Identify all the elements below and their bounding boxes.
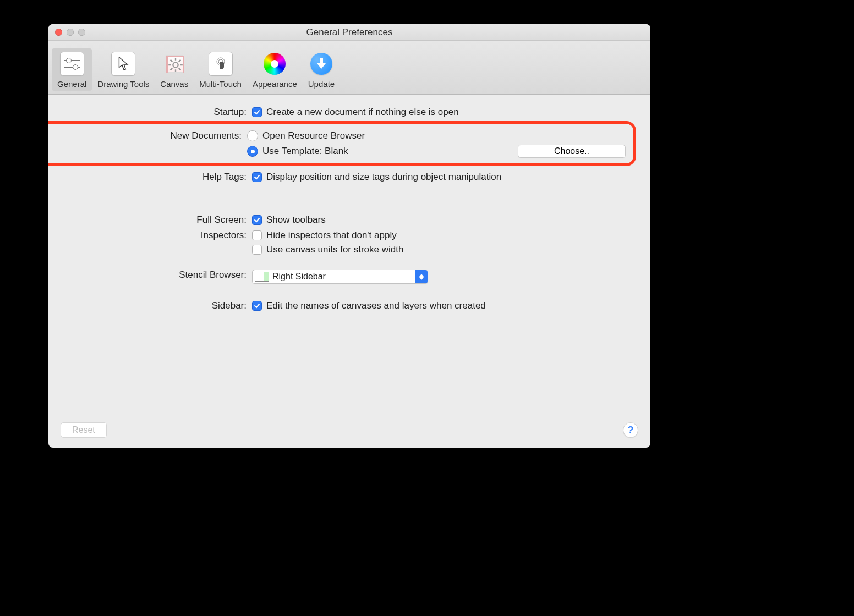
row-startup: Startup: Create a new document if nothin… bbox=[70, 106, 628, 118]
reset-button[interactable]: Reset bbox=[61, 422, 107, 438]
tab-appearance[interactable]: Appearance bbox=[247, 48, 303, 91]
checkbox-sidebar-edit-names[interactable] bbox=[252, 301, 262, 311]
help-button[interactable]: ? bbox=[623, 422, 638, 438]
radio-use-template[interactable] bbox=[247, 146, 258, 157]
svg-point-0 bbox=[173, 62, 178, 67]
text-canvas-units: Use canvas units for stroke width bbox=[266, 244, 403, 255]
select-stencil-browser[interactable]: Right Sidebar bbox=[252, 270, 428, 284]
window-title: General Preferences bbox=[48, 27, 650, 38]
select-stencil-value: Right Sidebar bbox=[272, 272, 415, 282]
svg-line-7 bbox=[179, 60, 181, 62]
close-button[interactable] bbox=[55, 29, 62, 36]
text-open-resource-browser: Open Resource Browser bbox=[262, 130, 365, 141]
checkbox-help-tags[interactable] bbox=[252, 172, 262, 182]
choose-template-button[interactable]: Choose.. bbox=[518, 145, 626, 158]
download-arrow-icon bbox=[309, 52, 333, 76]
row-sidebar: Sidebar: Edit the names of canvases and … bbox=[70, 299, 628, 311]
text-hide-inspectors: Hide inspectors that don't apply bbox=[266, 230, 397, 241]
text-use-template: Use Template: Blank bbox=[262, 146, 348, 157]
sliders-icon bbox=[60, 52, 84, 76]
toolbar: General Drawing Tools Canvas Multi-Touch bbox=[48, 41, 650, 95]
row-stencil-browser: Stencil Browser: Right Sidebar bbox=[70, 268, 628, 284]
label-help-tags: Help Tags: bbox=[70, 170, 252, 183]
tab-multi-touch[interactable]: Multi-Touch bbox=[194, 48, 247, 91]
checkbox-hide-inspectors[interactable] bbox=[252, 230, 262, 240]
right-sidebar-icon bbox=[255, 272, 269, 282]
footer: Reset ? bbox=[48, 413, 650, 448]
titlebar: General Preferences bbox=[48, 24, 650, 41]
tab-canvas[interactable]: Canvas bbox=[155, 48, 194, 91]
canvas-icon bbox=[162, 52, 187, 76]
label-sidebar: Sidebar: bbox=[70, 299, 252, 311]
preferences-content: Startup: Create a new document if nothin… bbox=[48, 95, 650, 413]
checkbox-startup-create-doc[interactable] bbox=[252, 107, 262, 117]
tab-update[interactable]: Update bbox=[303, 48, 340, 91]
text-help-tags: Display position and size tags during ob… bbox=[266, 172, 501, 183]
radio-open-resource-browser[interactable] bbox=[247, 130, 258, 141]
preferences-window: General Preferences General Drawing Tool… bbox=[48, 24, 650, 448]
tab-general[interactable]: General bbox=[52, 48, 92, 91]
row-inspectors: Inspectors: Hide inspectors that don't a… bbox=[70, 229, 628, 255]
text-startup-create-doc: Create a new document if nothing else is… bbox=[266, 107, 459, 118]
highlight-new-documents: New Documents: Open Resource Browser Use… bbox=[48, 121, 636, 166]
row-full-screen: Full Screen: Show toolbars bbox=[70, 213, 628, 226]
color-wheel-icon bbox=[262, 52, 287, 76]
touch-icon bbox=[209, 52, 233, 76]
select-arrows-icon bbox=[415, 270, 428, 283]
svg-line-6 bbox=[179, 68, 181, 70]
text-sidebar-edit-names: Edit the names of canvases and layers wh… bbox=[266, 300, 486, 311]
tab-drawing-tools[interactable]: Drawing Tools bbox=[92, 48, 155, 91]
minimize-button[interactable] bbox=[67, 29, 74, 36]
svg-line-5 bbox=[170, 60, 172, 62]
traffic-lights bbox=[55, 29, 85, 36]
label-startup: Startup: bbox=[70, 106, 252, 118]
label-new-documents: New Documents: bbox=[48, 129, 247, 141]
text-full-screen: Show toolbars bbox=[266, 215, 326, 226]
zoom-button[interactable] bbox=[78, 29, 85, 36]
label-inspectors: Inspectors: bbox=[70, 229, 252, 241]
label-stencil-browser: Stencil Browser: bbox=[70, 268, 252, 280]
cursor-icon bbox=[111, 52, 135, 76]
row-help-tags: Help Tags: Display position and size tag… bbox=[70, 170, 628, 183]
label-full-screen: Full Screen: bbox=[70, 213, 252, 226]
svg-line-8 bbox=[170, 68, 172, 70]
checkbox-full-screen[interactable] bbox=[252, 215, 262, 225]
checkbox-canvas-units[interactable] bbox=[252, 245, 262, 255]
